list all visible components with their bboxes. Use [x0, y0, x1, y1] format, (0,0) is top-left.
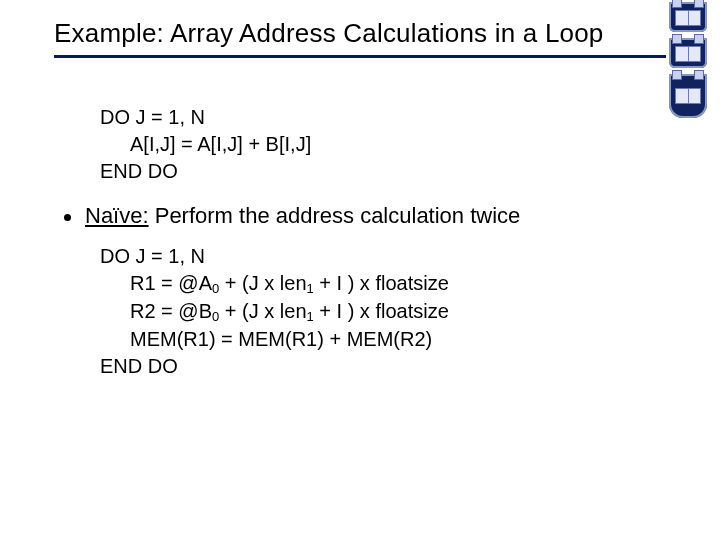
bullet-text: Naïve: Perform the address calculation t…	[85, 203, 520, 229]
code-frag: + (J x len	[219, 300, 306, 322]
crest-icon	[669, 74, 707, 118]
code-line: END DO	[100, 355, 178, 377]
code-block-original: DO J = 1, N A[I,J] = A[I,J] + B[I,J] END…	[100, 104, 660, 185]
code-line: MEM(R1) = MEM(R1) + MEM(R2)	[100, 326, 660, 353]
title-underline	[54, 55, 666, 58]
code-frag: + (J x len	[219, 272, 306, 294]
slide-title: Example: Array Address Calculations in a…	[54, 18, 666, 49]
code-line: DO J = 1, N	[100, 106, 205, 128]
bullet-rest: Perform the address calculation twice	[149, 203, 521, 228]
code-frag: R1 = @A	[130, 272, 212, 294]
slide-body: DO J = 1, N A[I,J] = A[I,J] + B[I,J] END…	[60, 104, 660, 398]
subscript: 1	[307, 281, 314, 296]
code-line: R2 = @B0 + (J x len1 + I ) x floatsize	[100, 298, 660, 326]
logo-stack	[666, 2, 710, 118]
code-line: A[I,J] = A[I,J] + B[I,J]	[100, 131, 660, 158]
code-line: DO J = 1, N	[100, 245, 205, 267]
code-frag: + I ) x floatsize	[314, 272, 449, 294]
bullet-lead: Naïve:	[85, 203, 149, 228]
bullet-item: Naïve: Perform the address calculation t…	[60, 203, 660, 229]
code-frag: R2 = @B	[130, 300, 212, 322]
code-block-naive: DO J = 1, N R1 = @A0 + (J x len1 + I ) x…	[100, 243, 660, 380]
code-frag: + I ) x floatsize	[314, 300, 449, 322]
crest-icon	[669, 2, 707, 32]
code-line: END DO	[100, 160, 178, 182]
crest-icon	[669, 38, 707, 68]
slide: Example: Array Address Calculations in a…	[0, 0, 720, 540]
code-line: R1 = @A0 + (J x len1 + I ) x floatsize	[100, 270, 660, 298]
bullet-icon	[64, 214, 71, 221]
title-block: Example: Array Address Calculations in a…	[54, 18, 666, 58]
subscript: 1	[307, 309, 314, 324]
